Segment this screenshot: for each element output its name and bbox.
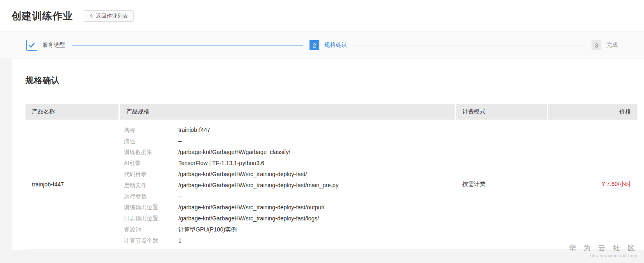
spec-row: 日志输出位置 /garbage-knt/GarbageHW/src_traini… [124, 213, 455, 224]
spec-row: 代码目录 /garbage-knt/GarbageHW/src_training… [124, 169, 455, 180]
spec-label: 描述 [124, 136, 178, 147]
product-name-cell: trainjob-f447 [25, 120, 118, 249]
spec-value: /garbage-knt/GarbageHW/src_training-depl… [178, 213, 319, 224]
spec-label: 计算节点个数 [124, 235, 178, 246]
spec-label: 运行参数 [124, 191, 178, 202]
table-header-row: 产品名称 产品规格 计费模式 价格 [25, 104, 637, 120]
spec-value: 1 [178, 235, 182, 246]
header-price: 价格 [548, 104, 637, 120]
spec-label: 日志输出位置 [124, 213, 178, 224]
step-label: 完成 [606, 41, 618, 49]
page-title: 创建训练作业 [11, 9, 73, 23]
spec-row: 描述 – [124, 136, 455, 147]
price-cell: ¥ 7.60/小时 [548, 120, 637, 249]
step-complete: 3 完成 [592, 40, 618, 50]
spec-row: 名称 trainjob-f447 [124, 125, 455, 136]
spec-row: 运行参数 – [124, 191, 455, 202]
stepper-connector-done [72, 45, 303, 45]
spec-row: 启动文件 /garbage-knt/GarbageHW/src_training… [124, 180, 455, 191]
spec-value: – [178, 191, 182, 202]
stepper-connector-pending [354, 45, 585, 45]
spec-value: /garbage-knt/GarbageHW/src_training-depl… [178, 169, 307, 180]
watermark-url: bbs.huaweicloud.com [569, 253, 637, 258]
step-number-badge: 2 [309, 40, 319, 50]
wizard-stepper: 服务选型 2 规格确认 3 完成 [0, 32, 644, 58]
spec-confirm-card: 规格确认 产品名称 产品规格 计费模式 价格 trainjob-f447 名称 … [12, 59, 644, 250]
spec-label: 训练输出位置 [124, 202, 178, 213]
spec-value: – [178, 136, 182, 147]
spec-table: 产品名称 产品规格 计费模式 价格 trainjob-f447 名称 train… [25, 104, 637, 249]
spec-label: 资源池 [124, 224, 178, 235]
spec-row: 计算节点个数 1 [124, 235, 455, 246]
chevron-left-icon [89, 14, 93, 18]
spec-label: 代码目录 [124, 169, 178, 180]
price-value: ¥ 7.60/小时 [602, 181, 631, 188]
header-product-spec: 产品规格 [120, 104, 455, 120]
spec-label: 名称 [124, 125, 178, 136]
check-icon [26, 40, 37, 51]
spec-value: TensorFlow | TF-1.13.1-python3.6 [178, 158, 264, 169]
step-label: 服务选型 [42, 41, 65, 49]
back-button-label: 返回作业列表 [96, 12, 128, 20]
spec-value: trainjob-f447 [178, 125, 210, 136]
spec-value: 计算型GPU(P100)实例 [178, 224, 237, 235]
spec-label: AI引擎 [124, 158, 178, 169]
spec-list: 名称 trainjob-f447 描述 – 训练数据集 /garbage-knt… [120, 120, 455, 249]
header-billing-mode: 计费模式 [456, 104, 547, 120]
spec-row: AI引擎 TensorFlow | TF-1.13.1-python3.6 [124, 158, 455, 169]
header-product-name: 产品名称 [25, 104, 118, 120]
step-label: 规格确认 [324, 41, 347, 49]
step-spec-confirm: 2 规格确认 [309, 40, 347, 50]
section-title: 规格确认 [25, 75, 637, 86]
spec-label: 启动文件 [124, 180, 178, 191]
billing-mode-cell: 按需计费 [456, 120, 547, 249]
spec-row: 训练输出位置 /garbage-knt/GarbageHW/src_traini… [124, 202, 455, 213]
step-service-selection: 服务选型 [26, 40, 65, 51]
spec-value: /garbage-knt/GarbageHW/garbage_classify/ [178, 147, 290, 158]
spec-row: 训练数据集 /garbage-knt/GarbageHW/garbage_cla… [124, 147, 455, 158]
spec-label: 训练数据集 [124, 147, 178, 158]
spec-value: /garbage-knt/GarbageHW/src_training-depl… [178, 180, 339, 191]
table-row: trainjob-f447 名称 trainjob-f447 描述 – [25, 120, 637, 249]
spec-value: /garbage-knt/GarbageHW/src_training-depl… [178, 202, 324, 213]
product-spec-cell: 名称 trainjob-f447 描述 – 训练数据集 /garbage-knt… [120, 120, 455, 249]
step-number-badge: 3 [592, 40, 601, 50]
back-to-job-list-button[interactable]: 返回作业列表 [84, 10, 134, 22]
spec-row: 资源池 计算型GPU(P100)实例 [124, 224, 455, 235]
title-bar: 创建训练作业 返回作业列表 [0, 0, 644, 32]
